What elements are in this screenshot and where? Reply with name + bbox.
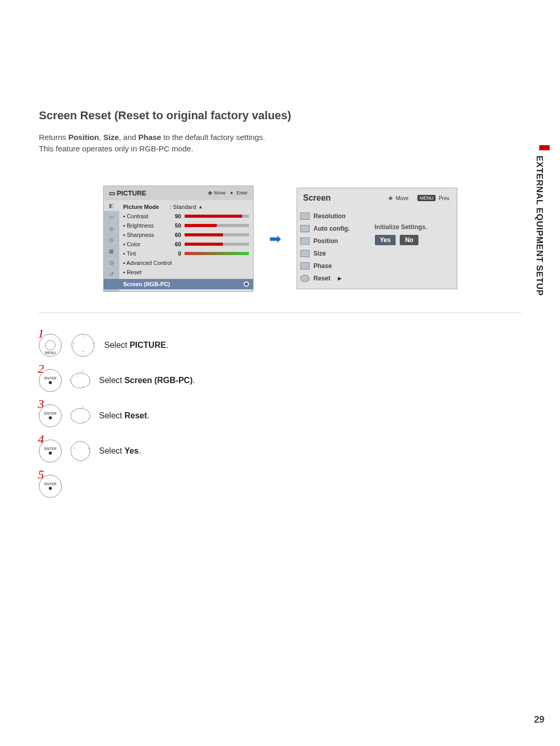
initialize-label: Initialize Settings.	[375, 223, 452, 231]
step-1: 1 MENU ˄˅˂˃ Select PICTURE.	[39, 334, 521, 357]
advanced-row: • Advanced Control	[123, 258, 249, 268]
step-4: 4 ENTER ˂˃ Select Yes.	[39, 440, 521, 462]
step-3: 3 ENTER ˄˅ Select Reset.	[39, 404, 521, 427]
enter-button-icon: ENTER	[39, 440, 62, 462]
no-button[interactable]: No	[400, 235, 418, 245]
reset-row: • Reset	[123, 268, 249, 277]
dpad-horizontal-icon: ˂˃	[69, 440, 92, 462]
picture-menu: ▭ PICTURE ✥Move ● Enter ◧▭◎◷▦⊟↺▣ Picture…	[103, 186, 254, 292]
step-2: 2 ENTER ˄˅ Select Screen (RGB-PC).	[39, 369, 521, 392]
picture-menu-title: PICTURE	[117, 189, 146, 197]
dpad-vertical-icon: ˄˅	[69, 404, 92, 427]
color-row: • Color60	[123, 240, 249, 249]
reset-item[interactable]: Reset►	[300, 272, 372, 285]
picture-mode-row: Picture Mode : Standard▲	[123, 202, 249, 212]
yes-button[interactable]: Yes	[375, 235, 396, 245]
side-section-label: EXTERNAL EQUIPMENT SETUP	[534, 156, 544, 296]
enter-button-icon: ENTER	[39, 475, 62, 498]
enter-button-icon: ENTER	[39, 404, 62, 427]
step-5: 5 ENTER	[39, 475, 521, 498]
dpad-vertical-icon: ˄˅	[69, 369, 92, 392]
picture-menu-category-icons: ◧▭◎◷▦⊟↺▣	[104, 200, 119, 291]
arrow-right-icon: ➡	[269, 230, 281, 247]
menu-illustration-row: ▭ PICTURE ✥Move ● Enter ◧▭◎◷▦⊟↺▣ Picture…	[39, 186, 521, 292]
section-marker	[539, 145, 550, 150]
screen-rgb-pc-item[interactable]: Screen (RGB-PC)	[104, 279, 253, 289]
tint-row: • Tint0	[123, 249, 249, 258]
screen-menu-title: Screen	[303, 193, 331, 203]
contrast-row: • Contrast90	[123, 212, 249, 221]
resolution-item[interactable]: Resolution	[300, 210, 372, 222]
intro-paragraph: Returns Position, Size, and Phase to the…	[39, 132, 521, 154]
position-item[interactable]: Position	[300, 235, 372, 247]
autoconfig-item[interactable]: Auto config.	[300, 222, 372, 235]
brightness-row: • Brightness50	[123, 221, 249, 230]
enter-button-icon: ENTER	[39, 369, 62, 392]
dpad-full-icon: ˄˅˂˃	[69, 334, 97, 357]
phase-item[interactable]: Phase	[300, 260, 372, 272]
page-title: Screen Reset (Reset to original factory …	[39, 109, 521, 122]
menu-button-icon: MENU	[39, 334, 62, 357]
size-item[interactable]: Size	[300, 247, 372, 260]
sharpness-row: • Sharpness60	[123, 230, 249, 240]
radio-selected-icon	[244, 281, 249, 287]
page-number: 29	[534, 714, 544, 725]
divider	[39, 313, 521, 313]
screen-menu: Screen ✥Move MENUPrev. Resolution Auto c…	[297, 188, 457, 289]
tv-icon: ▭	[109, 189, 115, 197]
